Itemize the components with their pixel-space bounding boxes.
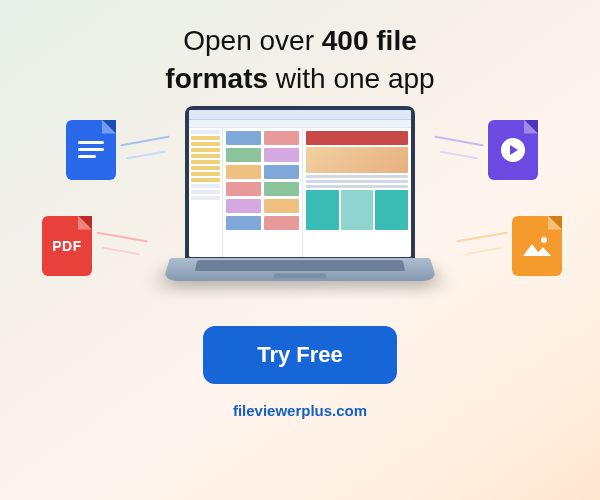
document-file-icon xyxy=(66,120,116,180)
video-file-icon xyxy=(488,120,538,180)
laptop-keyboard xyxy=(163,258,437,281)
site-link[interactable]: fileviewerplus.com xyxy=(0,402,600,419)
pdf-label: PDF xyxy=(52,238,82,254)
motion-streak xyxy=(102,246,140,255)
motion-streak xyxy=(464,246,502,255)
pdf-file-icon: PDF xyxy=(42,216,92,276)
laptop-illustration xyxy=(170,106,430,296)
newsletter-header xyxy=(306,131,408,145)
cta-label: Try Free xyxy=(257,342,343,367)
thumbnail-grid xyxy=(223,128,303,257)
headline-text-2: with one app xyxy=(268,63,435,94)
site-link-text: fileviewerplus.com xyxy=(233,402,367,419)
headline-text-1: Open over xyxy=(183,25,322,56)
motion-streak xyxy=(440,150,478,159)
motion-streak xyxy=(96,231,148,242)
app-toolbar xyxy=(189,120,411,128)
headline-bold-2: formats xyxy=(165,63,268,94)
motion-streak xyxy=(434,135,484,146)
picture-icon xyxy=(523,236,551,256)
play-icon xyxy=(501,138,525,162)
document-preview xyxy=(303,128,411,257)
motion-streak xyxy=(120,135,170,146)
doc-lines-icon xyxy=(78,137,104,162)
app-titlebar xyxy=(189,110,411,120)
headline-bold-1: 400 file xyxy=(322,25,417,56)
motion-streak xyxy=(126,150,166,159)
image-file-icon xyxy=(512,216,562,276)
app-sidebar xyxy=(189,128,223,257)
motion-streak xyxy=(456,231,508,242)
headline: Open over 400 file formats with one app xyxy=(0,0,600,98)
try-free-button[interactable]: Try Free xyxy=(203,326,397,384)
